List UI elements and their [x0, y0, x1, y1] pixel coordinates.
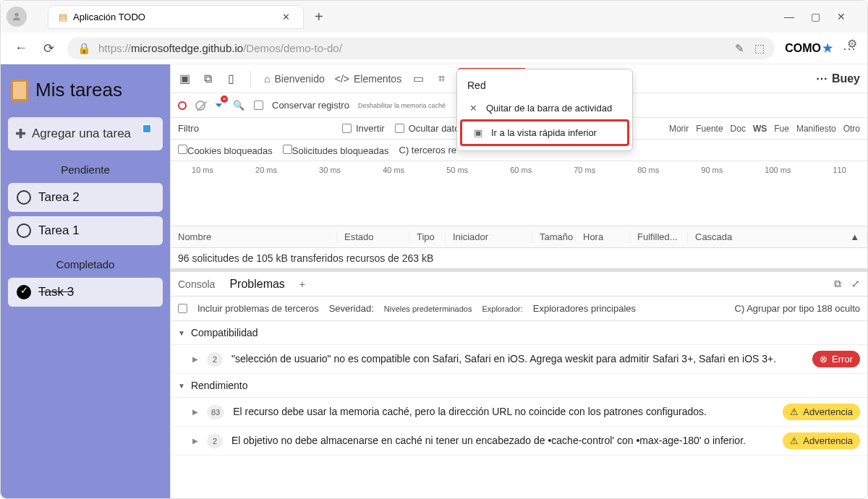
url-host: microsoftedge.github.io	[131, 42, 243, 54]
maximize-icon[interactable]: ▢	[809, 11, 821, 22]
drawer-tab-problems[interactable]: Problemas	[226, 273, 287, 295]
filter-label: Filtro	[178, 123, 199, 134]
home-icon: ⌂	[264, 73, 270, 85]
add-drawer-tab[interactable]: +	[299, 278, 305, 290]
issue-count-badge: 2	[207, 434, 223, 448]
cursor-indicator	[142, 124, 151, 133]
col-initiator[interactable]: Iniciador	[446, 231, 532, 242]
issue-row[interactable]: ▶ 83 El recurso debe usar la memoria cac…	[171, 398, 867, 427]
task-item-done[interactable]: Task 3	[8, 278, 163, 307]
tab-welcome[interactable]: ⌂Bienvenido	[264, 73, 325, 85]
drawer-expand-icon[interactable]: ⤢	[851, 278, 860, 290]
tab-elements[interactable]: </>Elementos	[335, 73, 401, 85]
document-icon: ▤	[59, 12, 67, 22]
svg-point-0	[14, 13, 18, 17]
panel-bottom-icon: ▣	[472, 127, 484, 138]
filter-categories: Morir Fuente Doc WS Fue Manifiesto Otro	[669, 124, 860, 134]
como-badge[interactable]: COMO★	[785, 41, 833, 55]
task-item[interactable]: Tarea 1	[8, 216, 163, 245]
warning-icon: ⚠	[790, 435, 799, 446]
triangle-down-icon: ▼	[178, 382, 185, 390]
warning-icon: ⚠	[790, 406, 799, 417]
dock-icon[interactable]: ▯	[224, 72, 237, 85]
address-bar[interactable]: 🔒 https://microsoftedge.github.io/Demos/…	[67, 38, 775, 59]
error-icon: ⊗	[820, 354, 827, 364]
pending-header: Pendiente	[8, 155, 163, 179]
context-menu-remove[interactable]: ✕ Quitar de la barra de actividad	[457, 97, 632, 119]
context-menu-bottom-view[interactable]: ▣ Ir a la vista rápida inferior	[460, 119, 629, 146]
disable-cache-label: Deshabilitar la memoria caché	[358, 102, 446, 109]
include-3p-checkbox[interactable]	[178, 304, 187, 313]
preserve-log-label: Conservar registro	[272, 100, 349, 111]
error-pill: ⊗Error	[812, 351, 860, 367]
col-size[interactable]: Tamaño	[532, 231, 576, 242]
star-icon: ★	[822, 41, 833, 55]
issue-row[interactable]: ▶ 2 El objetivo no debe almacenarse en c…	[171, 427, 867, 456]
invert-checkbox[interactable]	[342, 124, 352, 133]
plus-icon: ✚	[15, 126, 26, 142]
drawer-dock-icon[interactable]: ⧉	[834, 278, 841, 290]
buey-label: ⋯Buey	[816, 72, 860, 85]
back-icon[interactable]: ←	[12, 40, 30, 56]
col-time[interactable]: Hora	[576, 231, 630, 242]
minimize-icon[interactable]: —	[783, 11, 795, 22]
issue-count-badge: 2	[207, 352, 223, 367]
triangle-right-icon: ▶	[192, 437, 198, 445]
issue-category-perf[interactable]: ▼Rendimiento	[171, 374, 867, 398]
filter-icon[interactable]: ⏷×	[214, 100, 224, 111]
close-window-icon[interactable]: ✕	[835, 11, 847, 22]
edit-page-icon[interactable]: ✎	[735, 42, 744, 55]
group-by-label[interactable]: C) Agrupar por tipo 188 oculto	[735, 303, 860, 314]
new-tab-button[interactable]: +	[306, 9, 332, 25]
search-icon[interactable]: 🔍	[232, 99, 245, 112]
network-table-header: Nombre Estado Tipo Iniciador Tamaño Hora…	[171, 226, 867, 248]
clipboard-icon	[11, 80, 28, 101]
record-icon[interactable]	[178, 101, 187, 110]
col-name[interactable]: Nombre	[171, 231, 337, 242]
issue-row[interactable]: ▶ 2 "selección de usuario" no es compati…	[171, 345, 867, 374]
hide-data-checkbox[interactable]	[395, 124, 404, 133]
debug-icon[interactable]: ⌗	[435, 72, 448, 85]
remove-icon: ✕	[467, 103, 479, 114]
triangle-right-icon: ▶	[192, 408, 198, 416]
device-icon[interactable]: ⧉	[201, 72, 214, 85]
app-title: Mis tareas	[8, 72, 163, 113]
network-summary: 96 solicitudes de 105 kB transferidos re…	[171, 248, 867, 269]
profile-avatar[interactable]	[7, 7, 27, 27]
drawer-tab-console[interactable]: Consola	[178, 278, 215, 290]
blocked-requests-checkbox[interactable]	[283, 145, 292, 154]
clear-icon[interactable]	[195, 101, 205, 111]
col-waterfall[interactable]: Cascada▲	[688, 231, 867, 242]
warning-pill: ⚠Advertencia	[783, 432, 860, 449]
triangle-right-icon: ▶	[192, 355, 198, 363]
preserve-log-checkbox[interactable]	[254, 101, 263, 110]
issue-count-badge: 83	[207, 405, 224, 419]
check-icon[interactable]	[17, 285, 31, 299]
triangle-down-icon: ▼	[178, 329, 185, 337]
lock-icon: 🔒	[77, 42, 91, 55]
browser-tab[interactable]: ▤ Aplicación TODO ✕	[48, 6, 303, 28]
url-protocol: https://	[98, 42, 131, 54]
add-task-input[interactable]: ✚ Agregar una tarea	[8, 117, 163, 150]
issue-category-compat[interactable]: ▼Compatibilidad	[171, 321, 867, 345]
sources-icon[interactable]: ▭	[412, 72, 425, 85]
close-tab-icon[interactable]: ✕	[280, 12, 293, 22]
col-fulfilled[interactable]: Fulfilled...	[630, 231, 688, 242]
refresh-icon[interactable]: ⟳	[40, 40, 57, 56]
app-sidebar: Mis tareas ✚ Agregar una tarea Pendiente…	[1, 64, 170, 498]
completed-header: Completado	[8, 250, 163, 273]
blocked-cookies-checkbox[interactable]	[178, 145, 187, 154]
third-party-label: C) terceros re	[399, 145, 456, 155]
context-menu-title: Red	[457, 74, 632, 97]
col-type[interactable]: Tipo	[409, 231, 446, 242]
inspect-icon[interactable]: ▣	[178, 72, 191, 85]
tab-title: Aplicación TODO	[73, 12, 145, 22]
col-status[interactable]: Estado	[337, 231, 409, 242]
app-icon[interactable]: ⬚	[754, 42, 765, 55]
task-item[interactable]: Tarea 2	[8, 183, 163, 212]
radio-icon[interactable]	[17, 223, 31, 238]
gear-icon[interactable]: ⚙	[847, 37, 857, 51]
radio-icon[interactable]	[17, 190, 31, 205]
network-timeline[interactable]: 10 ms 20 ms 30 ms 40 ms 50 ms 60 ms 70 m…	[171, 161, 867, 226]
warning-pill: ⚠Advertencia	[783, 404, 860, 420]
